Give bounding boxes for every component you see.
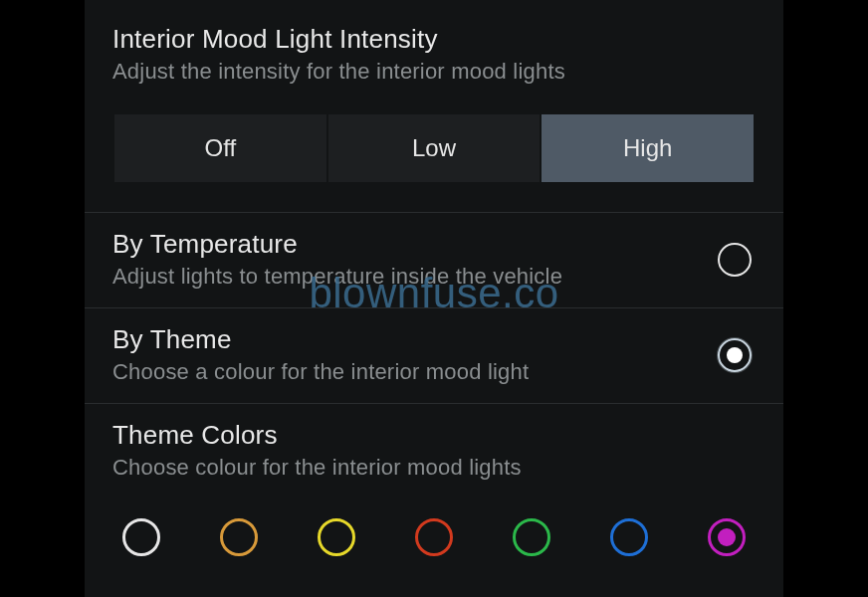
theme-color-swatches [112,481,756,564]
swatch-blue[interactable] [610,518,648,556]
swatch-yellow[interactable] [318,518,355,556]
section-intensity: Interior Mood Light Intensity Adjust the… [85,0,783,212]
section-theme-colors: Theme Colors Choose colour for the inter… [85,403,783,582]
settings-panel: Interior Mood Light Intensity Adjust the… [85,0,783,597]
intensity-subtitle: Adjust the intensity for the interior mo… [112,59,756,85]
swatch-amber[interactable] [220,518,258,556]
intensity-option-high[interactable]: High [542,114,754,182]
by-temperature-title: By Temperature [112,229,718,260]
intensity-title: Interior Mood Light Intensity [112,24,756,55]
swatch-red[interactable] [415,518,453,556]
swatch-magenta[interactable] [708,518,746,556]
swatch-white[interactable] [122,518,160,556]
swatch-green[interactable] [513,518,550,556]
by-theme-title: By Theme [112,324,718,355]
intensity-option-low[interactable]: Low [328,114,541,182]
by-theme-text: By Theme Choose a colour for the interio… [112,324,718,385]
by-theme-radio[interactable] [718,338,752,372]
by-temperature-radio[interactable] [718,243,752,277]
by-theme-subtitle: Choose a colour for the interior mood li… [112,359,718,385]
theme-colors-title: Theme Colors [112,420,756,451]
by-temperature-subtitle: Adjust lights to temperature inside the … [112,264,718,290]
by-temperature-text: By Temperature Adjust lights to temperat… [112,229,718,290]
section-by-temperature[interactable]: By Temperature Adjust lights to temperat… [85,212,783,307]
section-by-theme[interactable]: By Theme Choose a colour for the interio… [85,307,783,403]
intensity-segmented: Off Low High [114,114,754,182]
intensity-option-off[interactable]: Off [114,114,326,182]
theme-colors-subtitle: Choose colour for the interior mood ligh… [112,455,756,481]
